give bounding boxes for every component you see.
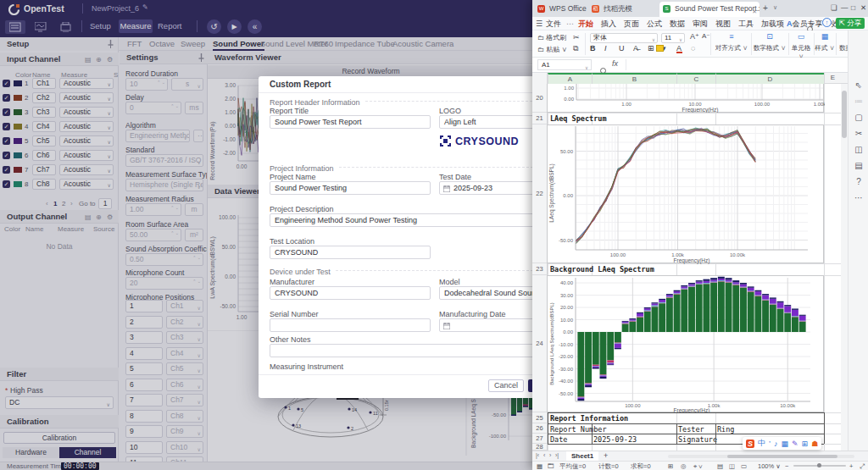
- italic-button[interactable]: I: [604, 44, 607, 53]
- eye-icon[interactable]: ◎: [681, 462, 687, 470]
- test-location-input[interactable]: CRYSOUND: [270, 246, 431, 259]
- select-tool-icon[interactable]: ⇖: [853, 80, 865, 91]
- format-painter-button[interactable]: 🗀 格式刷: [537, 33, 566, 42]
- menu-file[interactable]: 文件: [546, 17, 561, 30]
- zoom-level[interactable]: 100% ∨: [758, 462, 781, 470]
- ime-toolbox-icon[interactable]: ⊞: [802, 440, 809, 448]
- column-header-C[interactable]: C: [676, 73, 715, 84]
- view-break-icon[interactable]: ▭: [741, 462, 747, 470]
- fullscreen-icon[interactable]: ⤢: [860, 462, 865, 470]
- workbook-icon[interactable]: ▤: [853, 160, 865, 172]
- font-color-button[interactable]: A: [676, 44, 682, 53]
- add-sheet-button[interactable]: +: [604, 451, 608, 460]
- vertical-scrollbar-thumb[interactable]: [842, 91, 847, 138]
- logo-align-select[interactable]: Align Left∨: [439, 115, 534, 129]
- ime-keyboard-icon[interactable]: ▦: [782, 440, 789, 448]
- menu-1[interactable]: 开始: [578, 17, 593, 30]
- ime-punct-icon[interactable]: ’: [769, 440, 771, 448]
- horizontal-scrollbar-thumb[interactable]: [727, 455, 837, 458]
- column-header-D[interactable]: D: [715, 73, 824, 84]
- project-description-input[interactable]: Engineering Method Sound Power Testing: [270, 213, 534, 227]
- other-notes-input[interactable]: [270, 344, 534, 357]
- ribbon-styles-button[interactable]: ▦样式 ∨: [815, 32, 835, 56]
- view-page-icon[interactable]: ◫: [729, 462, 735, 470]
- row-header-28[interactable]: 28: [532, 444, 548, 451]
- column-header-B[interactable]: B: [592, 73, 676, 84]
- formula-input[interactable]: [626, 59, 851, 70]
- select-all-corner[interactable]: [532, 73, 548, 84]
- sogou-logo[interactable]: S: [746, 440, 754, 448]
- cut-tool-icon[interactable]: ✂: [853, 128, 865, 140]
- new-tab-button[interactable]: +: [763, 3, 768, 13]
- cancel-button[interactable]: Cancel: [488, 379, 524, 392]
- help-icon[interactable]: ?: [853, 176, 865, 188]
- smart-toolbox-icon[interactable]: ◫: [853, 144, 865, 156]
- zoom-out-button[interactable]: −: [785, 462, 788, 470]
- share-button[interactable]: ⇱ 分享: [836, 18, 865, 29]
- vertical-scrollbar[interactable]: [841, 84, 848, 451]
- ime-pen-icon[interactable]: ✎: [792, 440, 798, 448]
- ime-voice-icon[interactable]: ♪: [774, 440, 778, 448]
- copy-icon[interactable]: ⧉: [573, 44, 578, 53]
- properties-icon[interactable]: ≔: [853, 96, 865, 108]
- view-normal-icon[interactable]: ▤: [717, 462, 723, 470]
- manufacturer-input[interactable]: CRYSOUND: [270, 286, 431, 300]
- font-size-select[interactable]: 11∨: [661, 33, 685, 43]
- sheet-nav-first[interactable]: |‹: [536, 452, 539, 458]
- menu-2[interactable]: 插入: [601, 17, 616, 30]
- sheet-nav-last[interactable]: ›|: [555, 452, 559, 458]
- borders-button[interactable]: ⊞: [648, 44, 654, 53]
- menu-8[interactable]: 工具: [738, 17, 754, 30]
- sheet-nav-next[interactable]: ›: [549, 452, 551, 458]
- tab-list-icon[interactable]: ∨: [773, 4, 777, 11]
- maximize-icon[interactable]: □: [851, 3, 855, 12]
- test-date-input[interactable]: 2025-09-23: [439, 181, 534, 195]
- ribbon-align-button[interactable]: ≡对齐方式 ∨: [713, 32, 750, 56]
- menu-4[interactable]: 公式: [647, 17, 662, 30]
- close-tab-icon[interactable]: ✕: [752, 4, 757, 17]
- ime-skin-icon[interactable]: ☗: [811, 440, 818, 448]
- sheet-nav-prev[interactable]: ‹: [543, 452, 545, 458]
- font-decrease-button[interactable]: A⁻: [702, 32, 710, 40]
- row-header-20[interactable]: 20: [532, 84, 548, 113]
- bold-button[interactable]: B: [590, 44, 596, 53]
- serial-number-input[interactable]: [270, 318, 431, 332]
- cut-icon[interactable]: ✂: [573, 33, 580, 41]
- fill-color-button[interactable]: ▾: [662, 44, 666, 53]
- column-header-A[interactable]: A: [548, 73, 592, 84]
- table-tools-icon[interactable]: ⊞: [668, 462, 673, 470]
- minimize-icon[interactable]: —: [841, 3, 849, 12]
- ai-icon[interactable]: A: [787, 18, 793, 30]
- upgrade-icon[interactable]: ↑: [822, 18, 832, 27]
- ime-cn-icon[interactable]: 中: [758, 438, 765, 449]
- project-name-input[interactable]: Sound Power Testing: [270, 181, 431, 195]
- select-mode-icon[interactable]: ⌖ ∨: [693, 462, 703, 470]
- model-input[interactable]: Dodecahedral Sound Source: [439, 286, 534, 300]
- window-float-icon[interactable]: ❏: [831, 3, 837, 12]
- ribbon-number-format-button[interactable]: ⊡数字格式 ∨: [752, 32, 787, 56]
- underline-button[interactable]: U: [619, 44, 625, 53]
- manufacturing-date-input[interactable]: [439, 318, 534, 332]
- clear-format-button[interactable]: ◌: [691, 44, 695, 53]
- font-name-select[interactable]: 宋体∨: [590, 33, 658, 43]
- row-header-25[interactable]: 25: [532, 412, 548, 423]
- font-increase-button[interactable]: A⁺: [690, 32, 699, 41]
- strikethrough-button[interactable]: A̶: [633, 44, 638, 53]
- column-header-E[interactable]: E: [824, 73, 841, 84]
- wps-tab-2[interactable]: 找稻壳模板稻: [588, 2, 632, 17]
- close-icon[interactable]: ✕: [860, 3, 866, 12]
- menu-expand-icon[interactable]: ›: [795, 17, 798, 30]
- wps-tab-1[interactable]: WPS OfficeW: [534, 2, 587, 17]
- paste-button[interactable]: 🗀 粘贴 ∨: [537, 45, 567, 54]
- more-tools-icon[interactable]: ⋯: [853, 192, 865, 204]
- wps-tab-3[interactable]: Sound Power Test Report.xS✕: [659, 2, 760, 17]
- ribbon-cells-button[interactable]: ▭单元格 ∨: [789, 32, 813, 56]
- row-header-26[interactable]: 26: [532, 423, 548, 434]
- shape-icon[interactable]: ▢: [853, 112, 865, 124]
- menu-6[interactable]: 审阅: [693, 17, 708, 30]
- wps-sheet-grid[interactable]: 202122232425262728LAeq SpectrumBackgroun…: [532, 84, 849, 451]
- row-header-23[interactable]: 23: [532, 263, 548, 275]
- menu-more-icon[interactable]: ⋯: [566, 17, 574, 30]
- report-title-input[interactable]: Sound Power Test Report: [270, 115, 431, 129]
- menu-5[interactable]: 数据: [670, 17, 685, 30]
